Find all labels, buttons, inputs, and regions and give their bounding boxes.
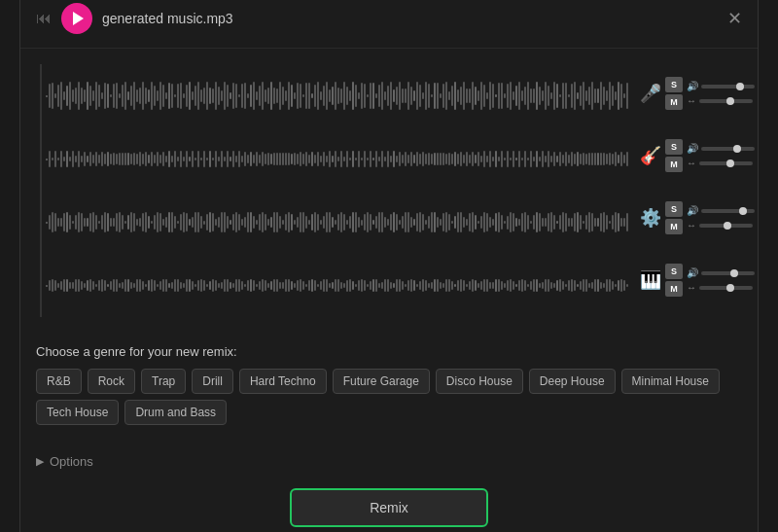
genre-tag-tech-house[interactable]: Tech House [36, 400, 119, 425]
pan-slider-row-1: ↔ [687, 95, 755, 106]
genre-tag-r&b[interactable]: R&B [36, 369, 82, 394]
volume-slider-2[interactable] [701, 147, 755, 151]
genre-tag-rock[interactable]: Rock [88, 369, 135, 394]
solo-button-1[interactable]: S [665, 77, 683, 92]
waveform-bar [437, 153, 439, 164]
waveform-bar [492, 84, 494, 108]
waveform-bar [165, 279, 167, 291]
waveform-bar [588, 153, 590, 165]
waveform-bar [177, 221, 179, 225]
waveform-bar [212, 213, 214, 231]
mute-button-1[interactable]: M [665, 94, 683, 110]
waveform-bar [626, 152, 628, 166]
remix-button[interactable]: Remix [290, 488, 488, 527]
waveform-bar [200, 279, 202, 293]
genre-tag-drill[interactable]: Drill [192, 369, 233, 394]
waveform-bar [463, 82, 465, 111]
waveform-bar [609, 82, 611, 110]
s-m-buttons-1: S M [665, 77, 683, 110]
waveform-bar [527, 82, 529, 111]
genre-tag-minimal-house[interactable]: Minimal House [621, 369, 720, 394]
pan-slider-1[interactable] [699, 99, 753, 103]
genre-tag-future-garage[interactable]: Future Garage [333, 369, 430, 394]
volume-icon-3: 🔊 [687, 205, 698, 216]
waveform-bar [475, 87, 477, 105]
waveform-bar [612, 154, 614, 164]
waveform-bar [396, 87, 398, 104]
waveform-bar [54, 213, 56, 231]
genre-tag-drum-and-bass[interactable]: Drum and Bass [124, 400, 227, 425]
waveform-bar [314, 280, 316, 291]
waveform-bar [154, 86, 156, 105]
waveform-bar [122, 215, 124, 229]
mute-button-2[interactable]: M [665, 157, 683, 172]
genre-tag-trap[interactable]: Trap [141, 369, 186, 394]
waveform-bar [591, 213, 593, 231]
close-button[interactable]: ✕ [727, 10, 742, 27]
waveform-bar [603, 153, 605, 165]
waveform-bar [84, 89, 86, 103]
waveform-bar [361, 83, 363, 110]
solo-button-4[interactable]: S [665, 264, 683, 279]
pan-slider-4[interactable] [699, 286, 753, 290]
waveform-bar [317, 214, 319, 231]
volume-slider-1[interactable] [701, 85, 755, 89]
solo-button-2[interactable]: S [665, 139, 683, 155]
waveform-bar [448, 153, 450, 166]
waveform-bar [533, 215, 535, 229]
genre-tag-disco-house[interactable]: Disco House [436, 369, 523, 394]
mute-button-3[interactable]: M [665, 219, 683, 234]
waveform-bar [489, 151, 491, 166]
waveform-bar [591, 282, 593, 289]
waveform-bar [256, 152, 258, 166]
waveform-bar [434, 279, 436, 292]
waveform-bar [116, 154, 118, 165]
waveform-track-2 [40, 127, 628, 191]
genre-tag-deep-house[interactable]: Deep House [529, 369, 616, 394]
waveform-bar [405, 284, 407, 287]
waveform-bar [142, 213, 144, 232]
options-row[interactable]: ▶ Options [20, 446, 758, 477]
waveform-bar [308, 220, 310, 225]
waveform-bar [556, 280, 558, 292]
waveform-bar [542, 90, 544, 102]
waveform-bar [332, 156, 334, 161]
waveform-bar [352, 151, 354, 167]
waveform-bar [232, 151, 234, 166]
waveform-bar [250, 152, 252, 166]
waveform-bar [513, 91, 514, 99]
skip-back-icon[interactable]: ⏮ [36, 10, 52, 27]
volume-slider-4[interactable] [701, 271, 755, 275]
waveform-bar [507, 216, 509, 230]
solo-button-3[interactable]: S [665, 201, 683, 217]
waveform-bar [215, 82, 217, 111]
pan-icon-3: ↔ [687, 220, 696, 231]
waveform-bar [270, 154, 272, 164]
waveform-bar [337, 279, 339, 292]
waveform-bar [267, 219, 269, 225]
waveform-bar [317, 82, 319, 110]
volume-slider-3[interactable] [701, 209, 755, 213]
genre-tag-hard-techno[interactable]: Hard Techno [239, 369, 327, 394]
play-button[interactable] [61, 3, 92, 34]
waveform-bar [60, 151, 62, 167]
waveform-bar [262, 212, 264, 233]
waveform-bar [431, 212, 433, 232]
waveform-bar [387, 219, 389, 225]
mute-button-4[interactable]: M [665, 281, 683, 297]
pan-slider-2[interactable] [699, 161, 753, 165]
waveform-bar [580, 86, 582, 107]
waveform-bar [78, 212, 80, 233]
waveform-bar [393, 212, 395, 233]
pan-slider-3[interactable] [699, 224, 753, 228]
waveform-bar [285, 279, 287, 292]
waveform-bar [495, 213, 497, 231]
waveform-bar [270, 82, 272, 111]
waveform-bar [203, 221, 205, 225]
track-control-3: ⚙️ S M 🔊 ↔ [640, 189, 755, 247]
volume-slider-row-1: 🔊 [687, 81, 755, 91]
waveform-bar [101, 152, 103, 166]
waveform-bar [273, 212, 275, 232]
waveform-bar [618, 280, 619, 291]
waveform-bar [302, 154, 304, 163]
